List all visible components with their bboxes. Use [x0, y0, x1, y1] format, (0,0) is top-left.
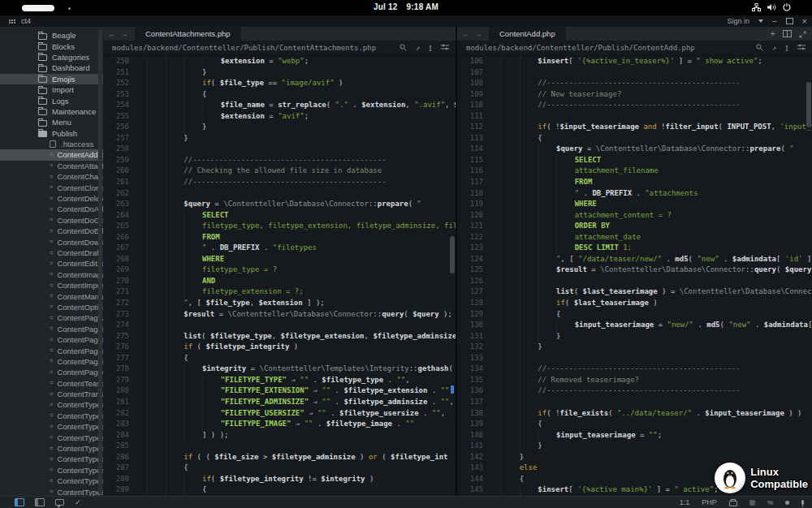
- sidebar-file[interactable]: ≈ContentDoAdd.: [0, 204, 103, 214]
- sidebar-file[interactable]: ≈ContentClone.p: [0, 182, 103, 192]
- code-line[interactable]: 285: [103, 441, 456, 452]
- sidebar-file[interactable]: ≈ContentPageOr: [0, 367, 103, 377]
- sidebar-folder[interactable]: Dashboard: [0, 62, 103, 73]
- check-icon[interactable]: ✓: [75, 498, 81, 506]
- code-line[interactable]: 270AND: [103, 276, 456, 287]
- code-line[interactable]: 272", [ $file_type, $extension ] );: [103, 298, 456, 309]
- new-tab-icon[interactable]: +: [771, 29, 775, 38]
- code-line[interactable]: 278$integrity = \Contentteller\Templates…: [103, 364, 456, 375]
- sidebar-toggle-icon[interactable]: [15, 498, 24, 506]
- code-line[interactable]: 257}: [103, 133, 456, 144]
- nav-back-icon[interactable]: ←: [108, 30, 115, 38]
- code-line[interactable]: 108//-----------------------------------…: [457, 78, 812, 89]
- code-line[interactable]: 252if( $file_type == "image/avif" ): [103, 78, 456, 89]
- sidebar-file[interactable]: ≈ContentDownlo: [0, 236, 103, 247]
- code-line[interactable]: 273$result = \Contentteller\Database\Con…: [103, 309, 456, 321]
- nav-forward-icon[interactable]: →: [121, 30, 128, 38]
- code-line[interactable]: 260// Checking the allowed file size in …: [103, 166, 456, 177]
- sidebar-file[interactable]: ≈ContentTeaserI: [0, 378, 103, 389]
- code-line[interactable]: 110//-----------------------------------…: [457, 100, 812, 111]
- sidebar-file[interactable]: ≈ContentAdd.php: [0, 149, 103, 160]
- code-line[interactable]: 287{: [103, 463, 456, 474]
- status-percent-icon[interactable]: %: [767, 499, 773, 506]
- sidebar-scrollbar[interactable]: [98, 28, 102, 493]
- tab-content-add[interactable]: ContentAdd.php: [489, 27, 566, 41]
- sidebar-file[interactable]: ≈ContentTypesD: [0, 411, 103, 421]
- code-line[interactable]: 141}: [457, 441, 812, 452]
- code-line[interactable]: 282"FILETYPE_USERSIZE" ⇒ "" . $filetype_…: [103, 408, 456, 420]
- code-line[interactable]: 129{: [457, 309, 812, 321]
- close-button[interactable]: ×: [802, 17, 807, 25]
- search-icon[interactable]: [400, 44, 407, 53]
- code-line[interactable]: 263$query = \Contentteller\Database\Conn…: [103, 199, 456, 210]
- code-line[interactable]: 280"FILETYPE_EXTENSION" ⇒ "" . $filetype…: [103, 385, 456, 397]
- status-mic-icon[interactable]: [801, 500, 804, 505]
- code-line[interactable]: 127list( $last_teaserimage ) = \Contentt…: [457, 286, 812, 298]
- code-line[interactable]: 255$extension = "avif";: [103, 111, 456, 123]
- code-line[interactable]: 130$input_teaserimage = "new/" . md5( "n…: [457, 320, 812, 331]
- code-line[interactable]: 265filetype_type, filetype_extension, fi…: [103, 221, 456, 232]
- tab-content-attachments[interactable]: ContentAttachments.php: [135, 27, 241, 41]
- code-line[interactable]: 121ORDER BY: [457, 221, 812, 232]
- sidebar-folder[interactable]: Logs: [0, 95, 103, 105]
- sidebar-file[interactable]: ≈ContentTypesD: [0, 421, 103, 432]
- code-line[interactable]: 275list( $filetype_type, $filetype_exten…: [103, 331, 456, 342]
- panel-layout-icon[interactable]: [35, 498, 45, 506]
- status-square-icon[interactable]: [749, 500, 755, 506]
- status-print-icon[interactable]: [729, 501, 737, 506]
- code-line[interactable]: 134//-----------------------------------…: [457, 364, 812, 375]
- code-line[interactable]: 283"FILETYPE_IMAGE" ⇒ "" . $filetype_ima…: [103, 419, 456, 430]
- sidebar-file[interactable]: ≈ContentTypesF: [0, 443, 103, 454]
- code-line[interactable]: 258: [103, 144, 456, 155]
- nav-back-icon[interactable]: ←: [462, 30, 469, 38]
- goto-icon[interactable]: ↗: [772, 44, 776, 52]
- code-line[interactable]: 284] ) );: [103, 430, 456, 441]
- code-line[interactable]: 289{: [103, 484, 456, 496]
- code-line[interactable]: 113{: [457, 133, 812, 144]
- code-line[interactable]: 136//-----------------------------------…: [457, 385, 812, 397]
- sidebar-folder[interactable]: Beagle: [0, 30, 103, 41]
- code-line[interactable]: 277{: [103, 353, 456, 364]
- code-line[interactable]: 266FROM: [103, 232, 456, 243]
- chevron-down-icon[interactable]: [758, 19, 763, 23]
- code-line[interactable]: 109// New teaserimage?: [457, 89, 812, 101]
- code-line[interactable]: 111: [457, 111, 812, 123]
- code-line[interactable]: 112if( !$input_teaserimage and !filter_i…: [457, 122, 812, 133]
- split-view-icon[interactable]: [783, 30, 792, 37]
- sidebar-file[interactable]: ≈ContentPageDe: [0, 324, 103, 334]
- sidebar-folder[interactable]: Categories: [0, 52, 103, 62]
- code-line[interactable]: 274: [103, 320, 456, 331]
- sidebar-file[interactable]: ≈ContentTypesF: [0, 476, 103, 486]
- code-line[interactable]: 256}: [103, 122, 456, 133]
- window-title-bar[interactable]: ct4 Sign in – ×: [0, 15, 812, 27]
- sidebar-file[interactable]: ≈ContentDoEdit.: [0, 226, 103, 236]
- sidebar-file[interactable]: ≈ContentDoClone: [0, 215, 103, 226]
- code-line[interactable]: 115SELECT: [457, 155, 812, 166]
- filter-icon[interactable]: [797, 44, 806, 52]
- code-line[interactable]: 118" . DB_PREFIX . "attachments: [457, 188, 812, 200]
- code-line[interactable]: 259//-----------------------------------…: [103, 155, 456, 166]
- code-line[interactable]: 133: [457, 353, 812, 364]
- clock[interactable]: Jul 12 9:18 AM: [0, 2, 812, 11]
- sidebar-file[interactable]: ≈ContentPageEd: [0, 356, 103, 367]
- sidebar-file[interactable]: ≈ContentTransla: [0, 389, 103, 399]
- code-line[interactable]: 132}: [457, 342, 812, 353]
- restore-button[interactable]: [786, 18, 793, 24]
- minimize-button[interactable]: –: [772, 17, 777, 25]
- sidebar-file[interactable]: ≈ContentTypesF: [0, 454, 103, 464]
- sidebar-file[interactable]: ≈ContentDraft.p: [0, 248, 103, 258]
- code-line[interactable]: 125$result = \Contentteller\Database\Con…: [457, 265, 812, 276]
- code-line[interactable]: 138if( !file_exists( "../data/teaser/" .…: [457, 408, 812, 420]
- code-line[interactable]: 122attachment_date: [457, 232, 812, 243]
- sidebar-file[interactable]: ≈ContentImport.: [0, 280, 103, 291]
- sidebar-folder[interactable]: Menu: [0, 117, 103, 127]
- code-editor-right[interactable]: 106$insert[ '{%active_in_teaser%}' ] = "…: [457, 56, 812, 497]
- code-line[interactable]: 126: [457, 276, 812, 287]
- code-line[interactable]: 288if( $filetype_integrity != $integrity…: [103, 474, 456, 485]
- code-line[interactable]: 106$insert[ '{%active_in_teaser%}' ] = "…: [457, 56, 812, 67]
- sidebar-file[interactable]: ≈ContentOption: [0, 302, 103, 312]
- sidebar-file[interactable]: ≈ContentDelete.: [0, 193, 103, 204]
- code-line[interactable]: 131}: [457, 331, 812, 342]
- sidebar-file[interactable]: ≈ContentPageDo: [0, 345, 103, 355]
- code-line[interactable]: 116attachment_filename: [457, 166, 812, 177]
